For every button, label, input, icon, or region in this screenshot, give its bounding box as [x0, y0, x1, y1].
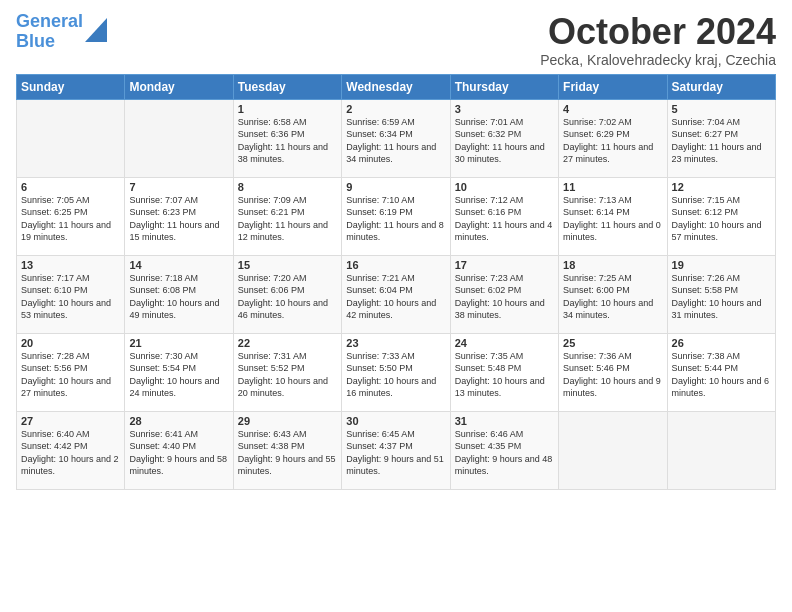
col-friday: Friday — [559, 74, 667, 99]
day-cell: 10Sunrise: 7:12 AM Sunset: 6:16 PM Dayli… — [450, 177, 558, 255]
day-number: 3 — [455, 103, 554, 115]
day-detail: Sunrise: 7:35 AM Sunset: 5:48 PM Dayligh… — [455, 350, 554, 400]
day-cell: 3Sunrise: 7:01 AM Sunset: 6:32 PM Daylig… — [450, 99, 558, 177]
header: GeneralBlue October 2024 Pecka, Kraloveh… — [16, 12, 776, 68]
day-detail: Sunrise: 6:41 AM Sunset: 4:40 PM Dayligh… — [129, 428, 228, 478]
day-cell: 20Sunrise: 7:28 AM Sunset: 5:56 PM Dayli… — [17, 333, 125, 411]
day-detail: Sunrise: 7:12 AM Sunset: 6:16 PM Dayligh… — [455, 194, 554, 244]
day-detail: Sunrise: 7:21 AM Sunset: 6:04 PM Dayligh… — [346, 272, 445, 322]
day-cell: 18Sunrise: 7:25 AM Sunset: 6:00 PM Dayli… — [559, 255, 667, 333]
day-number: 18 — [563, 259, 662, 271]
day-number: 29 — [238, 415, 337, 427]
day-cell: 31Sunrise: 6:46 AM Sunset: 4:35 PM Dayli… — [450, 411, 558, 489]
week-row-2: 6Sunrise: 7:05 AM Sunset: 6:25 PM Daylig… — [17, 177, 776, 255]
day-detail: Sunrise: 6:58 AM Sunset: 6:36 PM Dayligh… — [238, 116, 337, 166]
day-detail: Sunrise: 7:31 AM Sunset: 5:52 PM Dayligh… — [238, 350, 337, 400]
day-number: 11 — [563, 181, 662, 193]
day-cell: 29Sunrise: 6:43 AM Sunset: 4:38 PM Dayli… — [233, 411, 341, 489]
day-cell — [667, 411, 775, 489]
day-number: 13 — [21, 259, 120, 271]
page: GeneralBlue October 2024 Pecka, Kraloveh… — [0, 0, 792, 498]
day-cell: 6Sunrise: 7:05 AM Sunset: 6:25 PM Daylig… — [17, 177, 125, 255]
day-detail: Sunrise: 6:43 AM Sunset: 4:38 PM Dayligh… — [238, 428, 337, 478]
day-number: 25 — [563, 337, 662, 349]
day-cell: 1Sunrise: 6:58 AM Sunset: 6:36 PM Daylig… — [233, 99, 341, 177]
day-detail: Sunrise: 7:13 AM Sunset: 6:14 PM Dayligh… — [563, 194, 662, 244]
day-number: 17 — [455, 259, 554, 271]
week-row-3: 13Sunrise: 7:17 AM Sunset: 6:10 PM Dayli… — [17, 255, 776, 333]
day-detail: Sunrise: 7:02 AM Sunset: 6:29 PM Dayligh… — [563, 116, 662, 166]
day-number: 16 — [346, 259, 445, 271]
day-number: 20 — [21, 337, 120, 349]
day-detail: Sunrise: 7:36 AM Sunset: 5:46 PM Dayligh… — [563, 350, 662, 400]
week-row-5: 27Sunrise: 6:40 AM Sunset: 4:42 PM Dayli… — [17, 411, 776, 489]
day-number: 1 — [238, 103, 337, 115]
day-number: 4 — [563, 103, 662, 115]
col-monday: Monday — [125, 74, 233, 99]
day-cell: 27Sunrise: 6:40 AM Sunset: 4:42 PM Dayli… — [17, 411, 125, 489]
day-number: 12 — [672, 181, 771, 193]
day-detail: Sunrise: 7:05 AM Sunset: 6:25 PM Dayligh… — [21, 194, 120, 244]
calendar-body: 1Sunrise: 6:58 AM Sunset: 6:36 PM Daylig… — [17, 99, 776, 489]
day-number: 5 — [672, 103, 771, 115]
location: Pecka, Kralovehradecky kraj, Czechia — [540, 52, 776, 68]
day-number: 28 — [129, 415, 228, 427]
day-detail: Sunrise: 7:33 AM Sunset: 5:50 PM Dayligh… — [346, 350, 445, 400]
day-cell: 8Sunrise: 7:09 AM Sunset: 6:21 PM Daylig… — [233, 177, 341, 255]
day-cell: 7Sunrise: 7:07 AM Sunset: 6:23 PM Daylig… — [125, 177, 233, 255]
week-row-1: 1Sunrise: 6:58 AM Sunset: 6:36 PM Daylig… — [17, 99, 776, 177]
day-cell: 25Sunrise: 7:36 AM Sunset: 5:46 PM Dayli… — [559, 333, 667, 411]
day-detail: Sunrise: 7:30 AM Sunset: 5:54 PM Dayligh… — [129, 350, 228, 400]
day-cell: 22Sunrise: 7:31 AM Sunset: 5:52 PM Dayli… — [233, 333, 341, 411]
week-row-4: 20Sunrise: 7:28 AM Sunset: 5:56 PM Dayli… — [17, 333, 776, 411]
title-block: October 2024 Pecka, Kralovehradecky kraj… — [540, 12, 776, 68]
day-detail: Sunrise: 6:45 AM Sunset: 4:37 PM Dayligh… — [346, 428, 445, 478]
col-sunday: Sunday — [17, 74, 125, 99]
col-saturday: Saturday — [667, 74, 775, 99]
day-number: 21 — [129, 337, 228, 349]
svg-marker-0 — [85, 18, 107, 42]
day-number: 27 — [21, 415, 120, 427]
day-cell: 9Sunrise: 7:10 AM Sunset: 6:19 PM Daylig… — [342, 177, 450, 255]
day-cell: 14Sunrise: 7:18 AM Sunset: 6:08 PM Dayli… — [125, 255, 233, 333]
day-number: 19 — [672, 259, 771, 271]
day-detail: Sunrise: 7:25 AM Sunset: 6:00 PM Dayligh… — [563, 272, 662, 322]
day-cell: 30Sunrise: 6:45 AM Sunset: 4:37 PM Dayli… — [342, 411, 450, 489]
day-detail: Sunrise: 7:07 AM Sunset: 6:23 PM Dayligh… — [129, 194, 228, 244]
day-detail: Sunrise: 7:09 AM Sunset: 6:21 PM Dayligh… — [238, 194, 337, 244]
day-number: 14 — [129, 259, 228, 271]
day-cell: 24Sunrise: 7:35 AM Sunset: 5:48 PM Dayli… — [450, 333, 558, 411]
day-detail: Sunrise: 7:17 AM Sunset: 6:10 PM Dayligh… — [21, 272, 120, 322]
day-number: 22 — [238, 337, 337, 349]
day-cell: 4Sunrise: 7:02 AM Sunset: 6:29 PM Daylig… — [559, 99, 667, 177]
day-detail: Sunrise: 7:23 AM Sunset: 6:02 PM Dayligh… — [455, 272, 554, 322]
day-cell: 28Sunrise: 6:41 AM Sunset: 4:40 PM Dayli… — [125, 411, 233, 489]
header-row: Sunday Monday Tuesday Wednesday Thursday… — [17, 74, 776, 99]
day-number: 7 — [129, 181, 228, 193]
day-cell: 26Sunrise: 7:38 AM Sunset: 5:44 PM Dayli… — [667, 333, 775, 411]
day-number: 26 — [672, 337, 771, 349]
logo-icon — [85, 14, 107, 42]
logo-text: GeneralBlue — [16, 12, 83, 52]
day-detail: Sunrise: 7:20 AM Sunset: 6:06 PM Dayligh… — [238, 272, 337, 322]
day-number: 30 — [346, 415, 445, 427]
day-cell: 12Sunrise: 7:15 AM Sunset: 6:12 PM Dayli… — [667, 177, 775, 255]
day-detail: Sunrise: 6:46 AM Sunset: 4:35 PM Dayligh… — [455, 428, 554, 478]
col-thursday: Thursday — [450, 74, 558, 99]
day-number: 6 — [21, 181, 120, 193]
col-tuesday: Tuesday — [233, 74, 341, 99]
month-title: October 2024 — [540, 12, 776, 52]
day-detail: Sunrise: 7:28 AM Sunset: 5:56 PM Dayligh… — [21, 350, 120, 400]
day-detail: Sunrise: 6:59 AM Sunset: 6:34 PM Dayligh… — [346, 116, 445, 166]
day-detail: Sunrise: 7:01 AM Sunset: 6:32 PM Dayligh… — [455, 116, 554, 166]
day-cell: 2Sunrise: 6:59 AM Sunset: 6:34 PM Daylig… — [342, 99, 450, 177]
col-wednesday: Wednesday — [342, 74, 450, 99]
day-number: 8 — [238, 181, 337, 193]
day-number: 9 — [346, 181, 445, 193]
day-number: 31 — [455, 415, 554, 427]
day-cell — [125, 99, 233, 177]
day-number: 2 — [346, 103, 445, 115]
day-number: 15 — [238, 259, 337, 271]
day-detail: Sunrise: 7:18 AM Sunset: 6:08 PM Dayligh… — [129, 272, 228, 322]
day-cell: 21Sunrise: 7:30 AM Sunset: 5:54 PM Dayli… — [125, 333, 233, 411]
